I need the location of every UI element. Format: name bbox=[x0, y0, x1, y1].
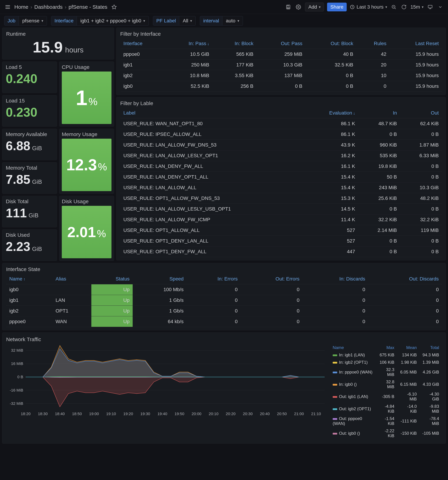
panel-load5[interactable]: Load 5 0.240 bbox=[2, 62, 57, 93]
table-header[interactable]: Out: Discards bbox=[368, 274, 442, 284]
panel-load15[interactable]: Load 15 0.230 bbox=[2, 95, 57, 127]
legend-row[interactable]: In: pppoe0 (WAN)32.3 MiB6.05 MiB4.26 GiB bbox=[330, 366, 441, 378]
table-header[interactable]: Alias bbox=[52, 274, 91, 284]
table-row[interactable]: USER_RULE: WAN_NAT_OPT1_8086.1 K48.7 KiB… bbox=[120, 118, 442, 129]
legend-row[interactable]: In: igb1 (LAN)675 KiB134 KiB94.3 MiB bbox=[330, 352, 441, 359]
panel-filter-by-interface[interactable]: Filter by Interface InterfaceIn: Pass↓In… bbox=[116, 28, 446, 95]
table-row[interactable]: USER_RULE: OPT1_DENY_FW_ALL4470 B0 B bbox=[120, 246, 442, 257]
panel-disk-used[interactable]: Disk Used 2.23GiB bbox=[2, 229, 57, 261]
panel-network-traffic[interactable]: Network Traffic -32 MiB-16 MiB0 B16 MiB3… bbox=[2, 332, 446, 444]
table-row[interactable]: USER_RULE: OPT1_ALLOW_FW_DNS_5315.3 K25.… bbox=[120, 193, 442, 204]
table-row[interactable]: igb1250 MiB177 KiB10.3 GiB32.5 KiB2015.9… bbox=[120, 60, 442, 70]
chevron-down-icon: ▾ bbox=[422, 5, 424, 9]
svg-text:20:00: 20:00 bbox=[192, 412, 202, 416]
table-header[interactable]: Speed bbox=[133, 274, 187, 284]
table-row[interactable]: USER_RULE: LAN_ALLOW_LESLY_OPT116.2 K535… bbox=[120, 150, 442, 161]
panel-interface-state[interactable]: Interface State Name↑AliasStatusSpeedIn:… bbox=[2, 263, 446, 330]
table-header[interactable]: Status bbox=[91, 274, 133, 284]
legend-row[interactable]: Out: pppoe0 (WAN)-1.54 KiB-111 KiB-78.4 … bbox=[330, 415, 441, 427]
legend-row[interactable]: In: igb0 ()32.8 MiB6.15 MiB4.33 GiB bbox=[330, 378, 441, 390]
table-header[interactable]: In: Block bbox=[212, 38, 257, 49]
menu-icon[interactable] bbox=[4, 3, 11, 10]
table-row[interactable]: pppoe010.5 GiB565 KiB259 MiB40 B4215.9 h… bbox=[120, 49, 442, 60]
table-row[interactable]: USER_RULE: LAN_DENY_OPT1_ALL15.4 K50 B0 … bbox=[120, 172, 442, 182]
table-header[interactable]: Interface bbox=[120, 38, 165, 49]
time-range[interactable]: Last 3 hours ▾ bbox=[350, 3, 387, 11]
table-header[interactable]: Out bbox=[400, 108, 442, 118]
breadcrumb-dashboards[interactable]: Dashboards bbox=[34, 4, 63, 10]
table-header[interactable]: In: Errors bbox=[187, 274, 241, 284]
panel-memory-usage[interactable]: Memory Usage 12.3% bbox=[59, 129, 114, 194]
legend-row[interactable]: Out: igb2 (OPT1)-4.84 KiB-14.0 KiB-9.83 … bbox=[330, 403, 441, 415]
panel-cpu-usage[interactable]: CPU Usage 1% bbox=[59, 62, 114, 127]
table-row[interactable]: igb0Up100 Mb/s0000 bbox=[6, 284, 442, 295]
table-row[interactable]: USER_RULE: OPT1_ALLOW_ALL5272.14 MiB119 … bbox=[120, 225, 442, 236]
table-row[interactable]: USER_RULE: LAN_ALLOW_FW_DNS_5343.9 K960 … bbox=[120, 140, 442, 150]
var-job[interactable]: Job pfsense▾ bbox=[4, 16, 47, 26]
gear-icon[interactable] bbox=[295, 3, 302, 10]
var-interval[interactable]: interval auto▾ bbox=[200, 16, 243, 26]
sort-arrow-icon: ↑ bbox=[23, 277, 25, 281]
table-row[interactable]: USER_RULE: LAN_ALLOW_LESLY_USB_OPT114.5 … bbox=[120, 204, 442, 214]
panel-filter-by-label[interactable]: Filter by Lable LabelEvaluation↓InOutUSE… bbox=[116, 97, 446, 260]
panel-disk-usage[interactable]: Disk Usage 2.01% bbox=[59, 196, 114, 261]
legend-row[interactable]: Out: igb0 ()-2.22 KiB-150 KiB-105 MiB bbox=[330, 427, 441, 439]
table-header[interactable]: Label bbox=[120, 108, 306, 118]
chevron-down-icon[interactable] bbox=[437, 3, 444, 10]
network-traffic-chart[interactable]: -32 MiB-16 MiB0 B16 MiB32 MiB18:2018:301… bbox=[6, 344, 326, 417]
table-filter-interface: InterfaceIn: Pass↓In: BlockOut: PassOut:… bbox=[120, 38, 442, 92]
table-header[interactable]: Name↑ bbox=[6, 274, 52, 284]
variable-row: Job pfsense▾ Interface igb1 + igb2 + ppp… bbox=[0, 14, 448, 28]
chevron-down-icon: ▾ bbox=[190, 19, 192, 23]
svg-text:19:10: 19:10 bbox=[106, 412, 116, 416]
star-icon[interactable] bbox=[111, 3, 118, 10]
clock-icon bbox=[350, 5, 355, 9]
table-row[interactable]: igb052.5 KiB256 B0 B0 B015.9 hours bbox=[120, 81, 442, 92]
panel-memory-available[interactable]: Memory Available 6.88GiB bbox=[2, 129, 57, 160]
panel-memory-total[interactable]: Memory Total 7.85GiB bbox=[2, 162, 57, 194]
monitor-icon[interactable] bbox=[427, 3, 434, 10]
table-row[interactable]: igb210.8 MiB3.55 KiB137 MiB0 B1015.9 hou… bbox=[120, 70, 442, 81]
table-row[interactable]: USER_RULE: OPT1_DENY_LAN_ALL5270 B0 B bbox=[120, 236, 442, 246]
table-row[interactable]: USER_RULE: LAN_ALLOW_FW_ICMP11.4 K32.2 K… bbox=[120, 214, 442, 225]
breadcrumb-current[interactable]: pfSense - States bbox=[69, 4, 108, 10]
table-row[interactable]: pppoe0WANUp64 kb/s0000 bbox=[6, 316, 442, 327]
table-header[interactable]: Out: Block bbox=[305, 38, 356, 49]
table-interface-state: Name↑AliasStatusSpeedIn: ErrorsOut: Erro… bbox=[6, 274, 442, 327]
add-button[interactable]: Add▾ bbox=[305, 3, 324, 11]
table-header[interactable]: Total bbox=[419, 344, 441, 351]
table-header[interactable]: In: Pass↓ bbox=[165, 38, 212, 49]
table-row[interactable]: igb1LANUp1 Gb/s0000 bbox=[6, 295, 442, 306]
table-header[interactable]: In: Discards bbox=[303, 274, 368, 284]
zoom-out-icon[interactable] bbox=[390, 3, 397, 10]
table-header[interactable]: Evaluation↓ bbox=[306, 108, 358, 118]
save-icon[interactable] bbox=[285, 3, 292, 10]
svg-text:19:20: 19:20 bbox=[123, 412, 133, 416]
legend-row[interactable]: Out: igb1 (LAN)-305 B-6.10 MiB-4.30 GiB bbox=[330, 391, 441, 402]
svg-text:19:50: 19:50 bbox=[174, 412, 184, 416]
var-interface[interactable]: Interface igb1 + igb2 + pppoe0 + igb0▾ bbox=[51, 16, 149, 26]
panel-runtime[interactable]: Runtime 15.9hours bbox=[2, 28, 114, 59]
share-button[interactable]: Share bbox=[327, 3, 347, 11]
table-header[interactable]: Rules bbox=[356, 38, 390, 49]
panel-disk-total[interactable]: Disk Total 111GiB bbox=[2, 196, 57, 227]
table-header[interactable]: Last Reset bbox=[390, 38, 442, 49]
refresh-interval[interactable]: 15m ▾ bbox=[411, 3, 424, 11]
table-header[interactable]: In bbox=[358, 108, 400, 118]
table-header[interactable]: Name bbox=[330, 344, 375, 351]
table-row[interactable]: USER_RULE: LAN_DENY_FW_ALL16.1 K19.8 KiB… bbox=[120, 161, 442, 172]
table-row[interactable]: USER_RULE: IPSEC_ALLOW_ALL86.1 K0 B0 B bbox=[120, 129, 442, 140]
table-row[interactable]: USER_RULE: LAN_ALLOW_ALL15.4 K243 MiB10.… bbox=[120, 182, 442, 193]
var-pf-label[interactable]: PF Label All▾ bbox=[153, 16, 196, 26]
table-filter-label: LabelEvaluation↓InOutUSER_RULE: WAN_NAT_… bbox=[120, 108, 442, 257]
breadcrumb-home[interactable]: Home bbox=[14, 4, 28, 10]
sort-arrow-icon: ↓ bbox=[207, 42, 209, 46]
refresh-icon[interactable] bbox=[400, 3, 407, 10]
legend-row[interactable]: In: igb2 (OPT1)106 KiB1.98 KiB1.39 MiB bbox=[330, 359, 441, 366]
table-header[interactable]: Out: Errors bbox=[241, 274, 303, 284]
table-header[interactable]: Out: Pass bbox=[257, 38, 305, 49]
table-header[interactable]: Max bbox=[375, 344, 397, 351]
table-header[interactable]: Mean bbox=[397, 344, 419, 351]
svg-line-9 bbox=[395, 8, 396, 9]
table-row[interactable]: igb2OPT1Up1 Gb/s0000 bbox=[6, 306, 442, 316]
